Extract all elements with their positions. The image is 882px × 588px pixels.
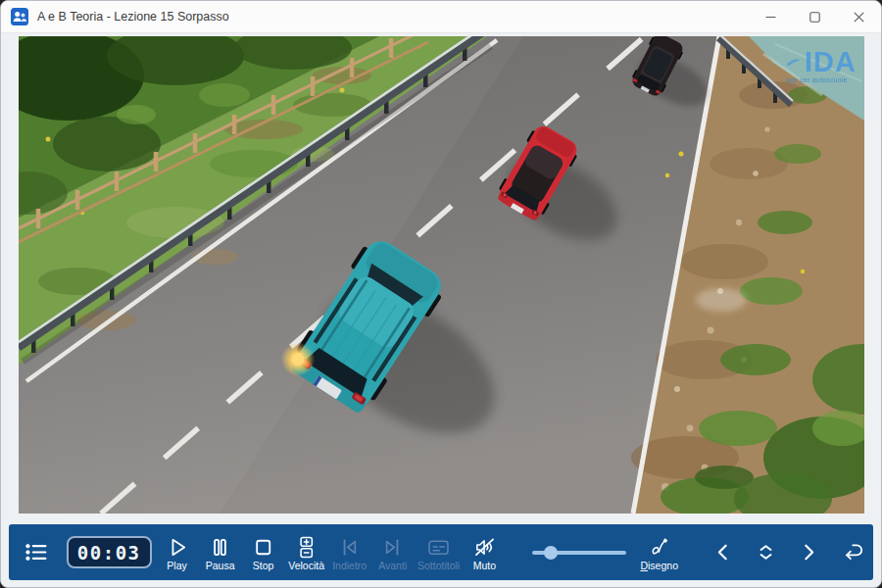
forward-button[interactable]: Avanti [371,534,415,571]
playlist-icon [23,539,49,565]
chevron-right-icon [796,539,822,565]
next-button[interactable] [787,539,830,565]
window-title: A e B Teoria - Lezione 15 Sorpasso [37,10,229,24]
subtitles-button[interactable]: Sottotitoli [415,534,464,571]
nav-cluster [701,539,873,565]
sun-glare [696,288,747,312]
draw-button[interactable]: Disegno [634,534,684,571]
playlist-button[interactable] [21,539,52,565]
maximize-button[interactable] [793,1,837,32]
minimize-button[interactable] [749,1,793,32]
timer-display: 00:03 [67,536,152,568]
player-toolbar: 00:03 Play Pausa Stop [9,524,873,580]
play-label: Play [167,561,186,571]
video-canvas: IDA app per autoscuole [19,36,864,514]
app-window: A e B Teoria - Lezione 15 Sorpasso [0,0,882,588]
maximize-icon [809,12,820,23]
return-arrow-icon [839,539,865,565]
stop-label: Stop [253,561,274,571]
back-button[interactable]: Indietro [328,534,371,571]
app-people-icon [11,8,28,25]
pause-icon [207,534,233,561]
subtitles-label: Sottotitoli [417,561,460,571]
forward-label: Avanti [378,561,407,571]
return-button[interactable] [830,539,873,565]
chevron-left-icon [710,539,736,565]
skip-forward-icon [379,534,406,561]
timer-value: 00:03 [77,542,141,564]
ida-logo-subtext: app per autoscuole [786,77,857,84]
close-icon [854,12,864,23]
speed-icon [293,534,319,561]
road-scene [19,36,864,514]
ida-logo: IDA app per autoscuole [786,48,857,84]
stop-icon [250,534,276,561]
pause-button[interactable]: Pausa [199,534,242,571]
back-label: Indietro [332,561,367,571]
stop-button[interactable]: Stop [242,534,285,571]
ida-logo-text: IDA [805,48,857,76]
chevrons-up-down-icon [753,539,779,565]
prev-button[interactable] [701,539,744,565]
volume-slider[interactable] [532,543,626,563]
title-bar: A e B Teoria - Lezione 15 Sorpasso [1,1,881,33]
pause-label: Pausa [206,561,235,571]
mute-label: Muto [473,561,496,571]
slider-thumb[interactable] [544,546,558,560]
skip-back-icon [336,534,363,561]
play-icon [164,534,190,561]
speed-button[interactable]: Velocità [285,534,328,571]
mute-button[interactable]: Muto [463,534,506,571]
ida-swoosh-icon [786,57,802,69]
minimize-icon [765,12,776,23]
mute-icon [471,534,498,561]
subtitles-icon [425,534,452,561]
expand-button[interactable] [744,539,787,565]
pen-icon [646,534,672,561]
window-controls [749,1,881,32]
close-button[interactable] [837,1,881,32]
play-button[interactable]: Play [156,534,199,571]
speed-label: Velocità [288,561,324,571]
draw-label: Disegno [640,561,678,571]
